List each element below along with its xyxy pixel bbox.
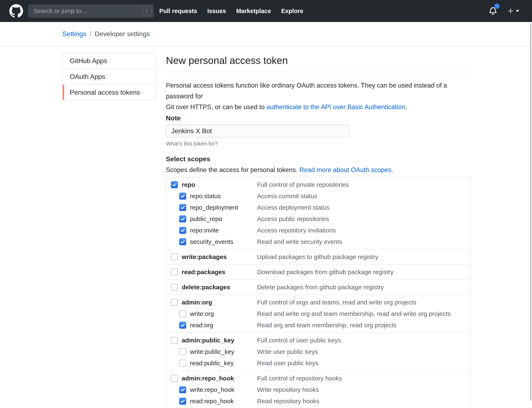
notification-dot (494, 4, 500, 9)
repo-checkbox[interactable] (171, 181, 178, 188)
write-repo-hook-checkbox[interactable] (179, 386, 186, 393)
scope-description: Write user public keys (257, 348, 318, 355)
scope-label[interactable]: write:org (190, 310, 214, 317)
write-packages-checkbox[interactable] (171, 253, 178, 260)
nav-marketplace[interactable]: Marketplace (236, 8, 271, 15)
admin-org-checkbox[interactable] (171, 299, 178, 306)
github-new-token-page: / Pull requests Issues Marketplace Explo… (0, 0, 532, 408)
scope-label[interactable]: read:public_key (190, 360, 234, 367)
repo-status-checkbox[interactable] (179, 193, 186, 200)
search-input[interactable] (33, 8, 142, 15)
checkmark-icon (180, 193, 185, 199)
scope-group: write:packagesUpload packages to github … (166, 249, 470, 264)
scope-group: admin:orgFull control of orgs and teams,… (166, 295, 470, 332)
scope-row-write-org: write:orgRead and write org and team mem… (166, 308, 470, 319)
public-repo-checkbox[interactable] (179, 215, 186, 222)
read-packages-checkbox[interactable] (171, 269, 178, 276)
scope-description: Upload packages to github package regist… (257, 253, 378, 260)
scope-description: Download packages from github package re… (257, 269, 393, 276)
read-org-checkbox[interactable] (179, 322, 186, 329)
github-logo-icon[interactable] (9, 4, 23, 18)
read-repo-hook-checkbox[interactable] (179, 398, 186, 405)
scope-description: Read org and team membership, read org p… (257, 322, 397, 329)
breadcrumb-current: Developer settings (95, 30, 150, 38)
intro-period: . (405, 103, 407, 110)
create-new-button[interactable] (507, 8, 519, 15)
scope-group: admin:repo_hookFull control of repositor… (166, 370, 470, 408)
scope-row-read-org: read:orgRead org and team membership, re… (166, 319, 470, 331)
scope-row-public-repo: public_repoAccess public repositories (166, 213, 470, 225)
scope-row-repo-deployment: repo_deploymentAccess deployment status (166, 202, 470, 213)
scope-label[interactable]: write:packages (182, 253, 227, 260)
breadcrumb-settings-link[interactable]: Settings (62, 30, 86, 38)
scope-description: Access deployment status (257, 204, 330, 211)
repo-invite-checkbox[interactable] (179, 227, 186, 234)
scope-label[interactable]: repo:invite (190, 227, 219, 234)
scope-description: Full control of user public keys (257, 337, 341, 344)
scope-group: repoFull control of private repositories… (166, 177, 470, 249)
scope-label[interactable]: read:repo_hook (190, 398, 234, 405)
sidebar-item-personal-access-tokens[interactable]: Personal access tokens (63, 84, 156, 100)
main-content: New personal access token Personal acces… (166, 53, 471, 408)
scope-row-read-public-key: read:public_keyRead user public keys (166, 357, 470, 369)
oauth-scopes-link[interactable]: Read more about OAuth scopes. (299, 166, 393, 173)
scope-label[interactable]: security_events (190, 238, 233, 245)
scope-label[interactable]: admin:repo_hook (182, 375, 234, 382)
admin-public-key-checkbox[interactable] (171, 337, 178, 344)
sidebar-item-oauth-apps[interactable]: OAuth Apps (63, 68, 156, 84)
intro-paragraph: Personal access tokens function like ord… (166, 80, 471, 112)
admin-repo-hook-checkbox[interactable] (171, 375, 178, 382)
page-title: New personal access token (166, 54, 471, 67)
breadcrumb: Settings / Developer settings (0, 22, 532, 46)
scope-label[interactable]: read:packages (182, 269, 225, 276)
sidebar-item-github-apps[interactable]: GitHub Apps (63, 53, 156, 68)
note-label: Note (166, 114, 471, 122)
read-public-key-checkbox[interactable] (179, 360, 186, 367)
write-org-checkbox[interactable] (179, 310, 186, 317)
scrollbar-thumb[interactable] (530, 23, 531, 401)
basic-auth-link[interactable]: authenticate to the API over Basic Authe… (266, 103, 405, 110)
scope-group: read:packagesDownload packages from gith… (166, 264, 470, 279)
delete-packages-checkbox[interactable] (171, 284, 178, 291)
note-help-text: What’s this token for? (166, 141, 471, 147)
breadcrumb-separator: / (90, 30, 92, 38)
scope-description: Read and write org and team membership, … (257, 310, 451, 317)
slash-key-hint: / (142, 6, 151, 16)
scope-description: Full control of private repositories (257, 181, 349, 188)
scope-description: Full control of orgs and teams, read and… (257, 299, 416, 306)
scope-label[interactable]: repo_deployment (190, 204, 238, 211)
nav-issues[interactable]: Issues (207, 8, 226, 15)
developer-settings-sidenav: GitHub Apps OAuth Apps Personal access t… (62, 53, 156, 101)
write-public-key-checkbox[interactable] (179, 348, 186, 355)
scopes-table: repoFull control of private repositories… (166, 177, 471, 408)
scope-row-repo-status: repo:statusAccess commit status (166, 190, 470, 202)
repo-deployment-checkbox[interactable] (179, 204, 186, 211)
scope-description: Delete packages from github package regi… (257, 284, 384, 291)
security-events-checkbox[interactable] (179, 238, 186, 245)
scope-label[interactable]: delete:packages (182, 284, 230, 291)
scope-label[interactable]: public_repo (190, 215, 222, 222)
scope-label[interactable]: read:org (190, 322, 213, 329)
scope-group: admin:public_keyFull control of user pub… (166, 332, 470, 370)
scope-description: Access public repositories (257, 215, 329, 222)
scope-description: Access repository invitations (257, 227, 336, 234)
scope-label[interactable]: write:repo_hook (190, 386, 234, 393)
chevron-down-icon (516, 10, 519, 12)
checkmark-icon (172, 182, 177, 187)
scope-label[interactable]: repo:status (190, 193, 221, 200)
nav-pull-requests[interactable]: Pull requests (159, 8, 197, 15)
scope-label[interactable]: admin:org (182, 299, 212, 306)
scope-label[interactable]: write:public_key (190, 348, 234, 355)
nav-explore[interactable]: Explore (281, 8, 303, 15)
scope-row-security-events: security_eventsRead and write security e… (166, 236, 470, 247)
sidebar-item-label: Personal access tokens (70, 89, 140, 96)
plus-icon (507, 8, 514, 15)
scope-row-write-public-key: write:public_keyWrite user public keys (166, 346, 470, 357)
note-input[interactable] (166, 125, 350, 137)
intro-line2: Git over HTTPS, or can be used to (166, 103, 266, 110)
notifications-bell-icon[interactable] (488, 6, 498, 16)
scope-row-read-packages: read:packagesDownload packages from gith… (166, 266, 470, 278)
scope-label[interactable]: admin:public_key (182, 337, 234, 344)
sidebar-item-label: GitHub Apps (70, 57, 107, 65)
scope-label[interactable]: repo (182, 181, 195, 188)
